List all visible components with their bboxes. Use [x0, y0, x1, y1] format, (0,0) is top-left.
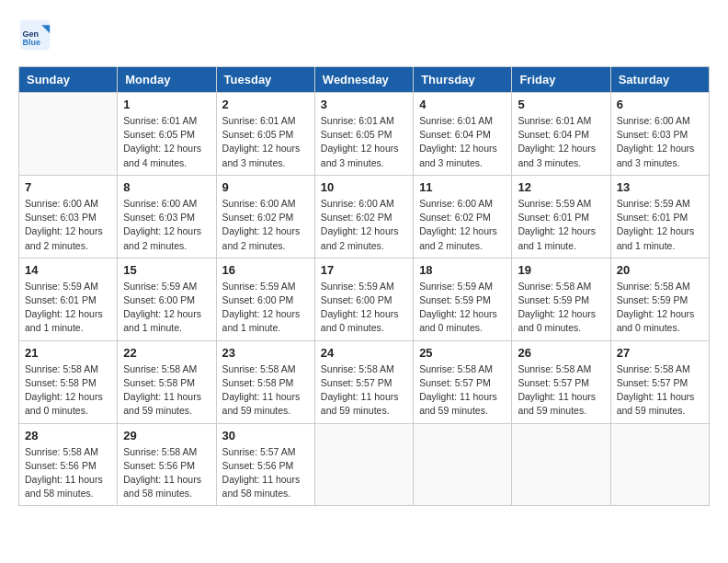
- week-row-5: 28Sunrise: 5:58 AMSunset: 5:56 PMDayligh…: [19, 423, 710, 506]
- day-info: Sunrise: 6:01 AMSunset: 6:05 PMDaylight:…: [222, 114, 309, 170]
- day-number: 17: [321, 263, 407, 277]
- day-number: 16: [222, 263, 309, 277]
- calendar-cell: [314, 423, 413, 506]
- day-info: Sunrise: 5:58 AMSunset: 5:56 PMDaylight:…: [25, 445, 111, 501]
- calendar-cell: 29Sunrise: 5:58 AMSunset: 5:56 PMDayligh…: [118, 423, 216, 506]
- day-header-sunday: Sunday: [19, 67, 118, 93]
- day-info: Sunrise: 5:59 AMSunset: 6:01 PMDaylight:…: [617, 197, 703, 253]
- day-info: Sunrise: 5:59 AMSunset: 5:59 PMDaylight:…: [419, 280, 506, 336]
- day-number: 19: [518, 263, 604, 277]
- day-header-monday: Monday: [118, 67, 216, 93]
- calendar-cell: 4Sunrise: 6:01 AMSunset: 6:04 PMDaylight…: [414, 93, 512, 176]
- day-number: 20: [617, 263, 703, 277]
- day-number: 23: [222, 346, 309, 360]
- calendar-cell: 22Sunrise: 5:58 AMSunset: 5:58 PMDayligh…: [118, 340, 216, 423]
- day-info: Sunrise: 5:59 AMSunset: 6:00 PMDaylight:…: [123, 280, 210, 336]
- day-number: 27: [617, 346, 703, 360]
- day-number: 15: [123, 263, 210, 277]
- calendar-cell: 2Sunrise: 6:01 AMSunset: 6:05 PMDaylight…: [216, 93, 314, 176]
- calendar-cell: 21Sunrise: 5:58 AMSunset: 5:58 PMDayligh…: [19, 340, 118, 423]
- logo: Gen Blue: [18, 18, 55, 52]
- header-row: SundayMondayTuesdayWednesdayThursdayFrid…: [19, 67, 710, 93]
- day-number: 18: [419, 263, 506, 277]
- day-number: 14: [25, 263, 111, 277]
- day-info: Sunrise: 6:00 AMSunset: 6:02 PMDaylight:…: [321, 197, 407, 253]
- day-info: Sunrise: 6:01 AMSunset: 6:05 PMDaylight:…: [123, 114, 210, 170]
- calendar-cell: 3Sunrise: 6:01 AMSunset: 6:05 PMDaylight…: [314, 93, 413, 176]
- day-info: Sunrise: 5:58 AMSunset: 5:56 PMDaylight:…: [123, 445, 210, 501]
- calendar-cell: 23Sunrise: 5:58 AMSunset: 5:58 PMDayligh…: [216, 340, 314, 423]
- calendar-cell: 17Sunrise: 5:59 AMSunset: 6:00 PMDayligh…: [314, 258, 413, 340]
- calendar-cell: 25Sunrise: 5:58 AMSunset: 5:57 PMDayligh…: [414, 340, 512, 423]
- day-number: 4: [419, 98, 506, 111]
- day-number: 8: [123, 180, 210, 194]
- calendar-cell: 5Sunrise: 6:01 AMSunset: 6:04 PMDaylight…: [512, 93, 610, 176]
- day-info: Sunrise: 5:58 AMSunset: 5:58 PMDaylight:…: [222, 362, 309, 419]
- day-header-saturday: Saturday: [610, 67, 709, 93]
- svg-text:Blue: Blue: [23, 38, 41, 47]
- day-info: Sunrise: 6:00 AMSunset: 6:03 PMDaylight:…: [123, 197, 210, 253]
- day-number: 13: [617, 180, 703, 194]
- calendar-cell: 13Sunrise: 5:59 AMSunset: 6:01 PMDayligh…: [610, 175, 709, 258]
- day-info: Sunrise: 5:58 AMSunset: 5:59 PMDaylight:…: [518, 280, 604, 336]
- day-info: Sunrise: 6:01 AMSunset: 6:04 PMDaylight:…: [419, 114, 506, 170]
- calendar-cell: 24Sunrise: 5:58 AMSunset: 5:57 PMDayligh…: [314, 340, 413, 423]
- day-info: Sunrise: 6:00 AMSunset: 6:02 PMDaylight:…: [222, 197, 309, 253]
- day-number: 12: [518, 180, 604, 194]
- day-info: Sunrise: 5:58 AMSunset: 5:57 PMDaylight:…: [617, 362, 703, 419]
- day-info: Sunrise: 6:01 AMSunset: 6:04 PMDaylight:…: [518, 114, 604, 170]
- calendar-cell: 14Sunrise: 5:59 AMSunset: 6:01 PMDayligh…: [19, 258, 118, 340]
- calendar-cell: 10Sunrise: 6:00 AMSunset: 6:02 PMDayligh…: [314, 175, 413, 258]
- day-number: 5: [518, 98, 604, 111]
- week-row-4: 21Sunrise: 5:58 AMSunset: 5:58 PMDayligh…: [19, 340, 710, 423]
- day-number: 21: [25, 346, 111, 360]
- day-number: 9: [222, 180, 309, 194]
- day-info: Sunrise: 6:00 AMSunset: 6:03 PMDaylight:…: [25, 197, 111, 253]
- day-number: 10: [321, 180, 407, 194]
- day-info: Sunrise: 5:58 AMSunset: 5:57 PMDaylight:…: [419, 362, 506, 419]
- calendar-cell: 1Sunrise: 6:01 AMSunset: 6:05 PMDaylight…: [118, 93, 216, 176]
- day-number: 6: [617, 98, 703, 111]
- day-number: 1: [123, 98, 210, 111]
- day-number: 29: [123, 429, 210, 442]
- calendar-cell: 11Sunrise: 6:00 AMSunset: 6:02 PMDayligh…: [414, 175, 512, 258]
- calendar-cell: [19, 93, 118, 176]
- calendar-cell: 7Sunrise: 6:00 AMSunset: 6:03 PMDaylight…: [19, 175, 118, 258]
- calendar-cell: 26Sunrise: 5:58 AMSunset: 5:57 PMDayligh…: [512, 340, 610, 423]
- calendar-cell: [414, 423, 512, 506]
- calendar-cell: 18Sunrise: 5:59 AMSunset: 5:59 PMDayligh…: [414, 258, 512, 340]
- calendar-cell: 9Sunrise: 6:00 AMSunset: 6:02 PMDaylight…: [216, 175, 314, 258]
- calendar-cell: 15Sunrise: 5:59 AMSunset: 6:00 PMDayligh…: [118, 258, 216, 340]
- day-info: Sunrise: 5:58 AMSunset: 5:58 PMDaylight:…: [25, 362, 111, 419]
- calendar-cell: 16Sunrise: 5:59 AMSunset: 6:00 PMDayligh…: [216, 258, 314, 340]
- day-number: 7: [25, 180, 111, 194]
- day-info: Sunrise: 6:01 AMSunset: 6:05 PMDaylight:…: [321, 114, 407, 170]
- day-number: 2: [222, 98, 309, 111]
- calendar-cell: [610, 423, 709, 506]
- calendar-cell: 6Sunrise: 6:00 AMSunset: 6:03 PMDaylight…: [610, 93, 709, 176]
- day-info: Sunrise: 5:58 AMSunset: 5:59 PMDaylight:…: [617, 280, 703, 336]
- day-header-thursday: Thursday: [414, 67, 512, 93]
- day-number: 11: [419, 180, 506, 194]
- day-header-tuesday: Tuesday: [216, 67, 314, 93]
- day-info: Sunrise: 5:58 AMSunset: 5:58 PMDaylight:…: [123, 362, 210, 419]
- day-info: Sunrise: 5:59 AMSunset: 6:00 PMDaylight:…: [222, 280, 309, 336]
- day-header-wednesday: Wednesday: [314, 67, 413, 93]
- calendar-cell: 30Sunrise: 5:57 AMSunset: 5:56 PMDayligh…: [216, 423, 314, 506]
- calendar-cell: 8Sunrise: 6:00 AMSunset: 6:03 PMDaylight…: [118, 175, 216, 258]
- logo-icon: Gen Blue: [18, 18, 51, 52]
- calendar-cell: [512, 423, 610, 506]
- day-info: Sunrise: 5:57 AMSunset: 5:56 PMDaylight:…: [222, 445, 309, 501]
- week-row-2: 7Sunrise: 6:00 AMSunset: 6:03 PMDaylight…: [19, 175, 710, 258]
- calendar-cell: 28Sunrise: 5:58 AMSunset: 5:56 PMDayligh…: [19, 423, 118, 506]
- page-header: Gen Blue: [18, 18, 710, 52]
- day-header-friday: Friday: [512, 67, 610, 93]
- day-number: 28: [25, 429, 111, 442]
- calendar-cell: 12Sunrise: 5:59 AMSunset: 6:01 PMDayligh…: [512, 175, 610, 258]
- week-row-1: 1Sunrise: 6:01 AMSunset: 6:05 PMDaylight…: [19, 93, 710, 176]
- calendar-cell: 27Sunrise: 5:58 AMSunset: 5:57 PMDayligh…: [610, 340, 709, 423]
- day-info: Sunrise: 6:00 AMSunset: 6:02 PMDaylight:…: [419, 197, 506, 253]
- calendar-header: SundayMondayTuesdayWednesdayThursdayFrid…: [19, 67, 710, 93]
- day-info: Sunrise: 5:58 AMSunset: 5:57 PMDaylight:…: [518, 362, 604, 419]
- calendar-table: SundayMondayTuesdayWednesdayThursdayFrid…: [18, 66, 710, 506]
